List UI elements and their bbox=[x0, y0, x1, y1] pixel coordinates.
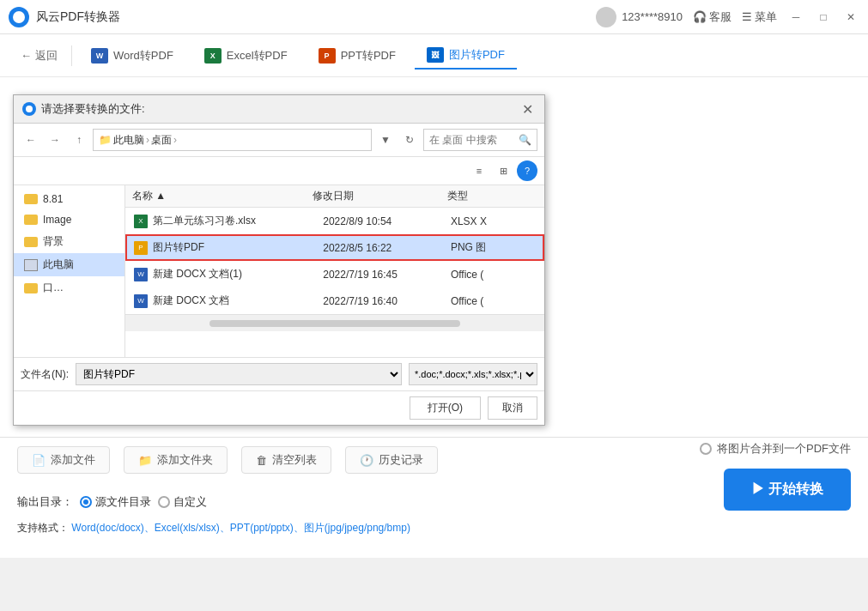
titlebar: 风云PDF转换器 123****8910 🎧 客服 ☰ 菜单 ─ □ ✕ bbox=[0, 0, 868, 34]
filename-select[interactable]: 图片转PDF bbox=[76, 363, 402, 385]
dialog-logo-icon bbox=[22, 102, 36, 116]
file-type-0: XLSX X bbox=[451, 215, 536, 227]
cancel-button[interactable]: 取消 bbox=[488, 396, 537, 420]
ppt-to-pdf-tab[interactable]: P PPT转PDF bbox=[307, 43, 408, 69]
nav-dropdown-button[interactable]: ▼ bbox=[375, 130, 396, 150]
view-grid-button[interactable]: ⊞ bbox=[493, 160, 513, 181]
computer-icon bbox=[24, 259, 38, 271]
image-icon: 🖼 bbox=[427, 47, 444, 63]
file-sidebar: 8.81 Image 背景 此电脑 口… bbox=[14, 185, 125, 357]
col-name-header[interactable]: 名称 ▲ bbox=[132, 189, 313, 203]
radio-custom-icon bbox=[158, 496, 170, 508]
excel-to-pdf-tab[interactable]: X Excel转PDF bbox=[192, 43, 300, 69]
excel-icon: X bbox=[204, 48, 222, 64]
back-button[interactable]: ← 返回 bbox=[14, 45, 64, 67]
nav-up-button[interactable]: ↑ bbox=[69, 130, 89, 150]
view-help-button[interactable]: ? bbox=[517, 160, 537, 181]
col-type-header[interactable]: 类型 bbox=[447, 189, 537, 203]
word-to-pdf-tab[interactable]: W Word转PDF bbox=[79, 43, 185, 69]
search-icon: 🔍 bbox=[519, 134, 531, 146]
file-row-1[interactable]: P 图片转PDF 2022/8/5 16:22 PNG 图 bbox=[125, 234, 544, 261]
sidebar-item-computer[interactable]: 此电脑 bbox=[14, 253, 124, 276]
word-icon: W bbox=[91, 48, 108, 64]
folder-icon bbox=[24, 194, 38, 204]
app-title: 风云PDF转换器 bbox=[36, 9, 596, 25]
support-formats-label: 支持格式： bbox=[17, 522, 69, 534]
maximize-button[interactable]: □ bbox=[815, 9, 832, 26]
nav-forward-button[interactable]: → bbox=[45, 130, 65, 150]
right-panel: 将图片合并到一个PDF文件 ▶ 开始转换 bbox=[700, 441, 851, 511]
breadcrumb-desktop: 桌面 bbox=[151, 133, 172, 148]
file-list-header: 名称 ▲ 修改日期 类型 bbox=[125, 185, 544, 208]
image-to-pdf-tab[interactable]: 🖼 图片转PDF bbox=[415, 42, 517, 70]
dialog-view-toolbar: ≡ ⊞ ? bbox=[14, 157, 544, 185]
dialog-title: 请选择要转换的文件: bbox=[22, 101, 145, 117]
service-button[interactable]: 🎧 客服 bbox=[693, 9, 731, 25]
dialog-buttons: 打开(O) 取消 bbox=[14, 390, 544, 425]
open-button[interactable]: 打开(O) bbox=[410, 396, 481, 420]
file-list: 名称 ▲ 修改日期 类型 X 第二单元练习习卷.xlsx 2022/8/9 10… bbox=[125, 185, 544, 357]
file-row-3[interactable]: W 新建 DOCX 文档 2022/7/19 16:40 Office ( bbox=[125, 287, 544, 314]
clear-list-button[interactable]: 🗑 清空列表 bbox=[241, 446, 331, 474]
merge-option[interactable]: 将图片合并到一个PDF文件 bbox=[700, 441, 851, 457]
file-list-scrollbar[interactable] bbox=[125, 314, 544, 331]
filename-bar: 文件名(N): 图片转PDF *.doc;*.docx;*.xls;*.xlsx… bbox=[14, 357, 544, 390]
merge-radio-icon bbox=[700, 443, 712, 455]
file-date-2: 2022/7/19 16:45 bbox=[323, 269, 451, 281]
main-toolbar: ← 返回 W Word转PDF X Excel转PDF P PPT转PDF 🖼 … bbox=[0, 34, 868, 77]
add-folder-button[interactable]: 📁 添加文件夹 bbox=[124, 446, 228, 474]
breadcrumb[interactable]: 📁 此电脑 › 桌面 › bbox=[93, 129, 372, 151]
file-name-0: 第二单元练习习卷.xlsx bbox=[153, 214, 323, 228]
app-logo bbox=[9, 7, 29, 27]
docx-file-icon-1: W bbox=[134, 268, 148, 281]
file-row-0[interactable]: X 第二单元练习习卷.xlsx 2022/8/9 10:54 XLSX X bbox=[125, 208, 544, 234]
file-type-3: Office ( bbox=[451, 295, 536, 307]
dialog-titlebar: 请选择要转换的文件: ✕ bbox=[14, 95, 544, 124]
support-formats: 支持格式： Word(doc/docx)、Excel(xls/xlsx)、PPT… bbox=[17, 521, 410, 535]
clear-icon: 🗑 bbox=[256, 454, 267, 467]
file-name-1: 图片转PDF bbox=[153, 240, 323, 255]
close-window-button[interactable]: ✕ bbox=[842, 9, 859, 26]
radio-source[interactable]: 源文件目录 bbox=[80, 494, 151, 510]
radio-custom[interactable]: 自定义 bbox=[158, 494, 207, 510]
filename-label: 文件名(N): bbox=[21, 367, 69, 382]
file-name-3: 新建 DOCX 文档 bbox=[153, 293, 323, 308]
support-formats-value: Word(doc/docx)、Excel(xls/xlsx)、PPT(ppt/p… bbox=[71, 522, 410, 534]
main-area: 请选择要转换的文件: ✕ ← → ↑ 📁 此电脑 › 桌面 › ▼ ↻ 🔍 bbox=[0, 77, 868, 558]
xlsx-file-icon: X bbox=[134, 215, 148, 228]
sidebar-item-image[interactable]: Image bbox=[14, 209, 124, 230]
nav-back-button[interactable]: ← bbox=[21, 130, 41, 150]
folder-icon bbox=[24, 237, 38, 247]
add-file-icon: 📄 bbox=[32, 454, 46, 467]
file-list-container: 8.81 Image 背景 此电脑 口… bbox=[14, 185, 544, 357]
start-convert-button[interactable]: ▶ 开始转换 bbox=[724, 469, 851, 511]
history-button[interactable]: 🕐 历史记录 bbox=[345, 446, 438, 474]
file-row-2[interactable]: W 新建 DOCX 文档(1) 2022/7/19 16:45 Office ( bbox=[125, 261, 544, 287]
folder-icon bbox=[24, 283, 38, 293]
add-folder-icon: 📁 bbox=[138, 454, 152, 467]
breadcrumb-computer: 📁 bbox=[99, 134, 112, 146]
filetype-select[interactable]: *.doc;*.docx;*.xls;*.xlsx;*.ppt; bbox=[409, 363, 537, 385]
user-info: 123****8910 bbox=[596, 7, 683, 27]
avatar bbox=[596, 7, 616, 27]
titlebar-right: 123****8910 🎧 客服 ☰ 菜单 ─ □ ✕ bbox=[596, 7, 859, 27]
sidebar-item-bg[interactable]: 背景 bbox=[14, 230, 124, 253]
add-file-button[interactable]: 📄 添加文件 bbox=[17, 446, 110, 474]
radio-dot bbox=[83, 499, 88, 505]
sidebar-item-other[interactable]: 口… bbox=[14, 276, 124, 299]
nav-refresh-button[interactable]: ↻ bbox=[399, 130, 420, 150]
history-icon: 🕐 bbox=[360, 454, 373, 467]
dialog-nav: ← → ↑ 📁 此电脑 › 桌面 › ▼ ↻ 🔍 bbox=[14, 124, 544, 157]
col-date-header[interactable]: 修改日期 bbox=[313, 189, 447, 203]
menu-button[interactable]: ☰ 菜单 bbox=[742, 9, 777, 25]
dialog-close-button[interactable]: ✕ bbox=[519, 100, 536, 118]
file-date-3: 2022/7/19 16:40 bbox=[323, 295, 451, 307]
file-type-1: PNG 图 bbox=[451, 240, 536, 255]
minimize-button[interactable]: ─ bbox=[787, 9, 804, 26]
sidebar-item-881[interactable]: 8.81 bbox=[14, 189, 124, 209]
username: 123****8910 bbox=[622, 10, 683, 23]
toolbar-divider bbox=[71, 45, 72, 66]
search-input[interactable] bbox=[429, 134, 515, 146]
search-box[interactable]: 🔍 bbox=[423, 129, 537, 151]
view-list-button[interactable]: ≡ bbox=[469, 160, 489, 181]
